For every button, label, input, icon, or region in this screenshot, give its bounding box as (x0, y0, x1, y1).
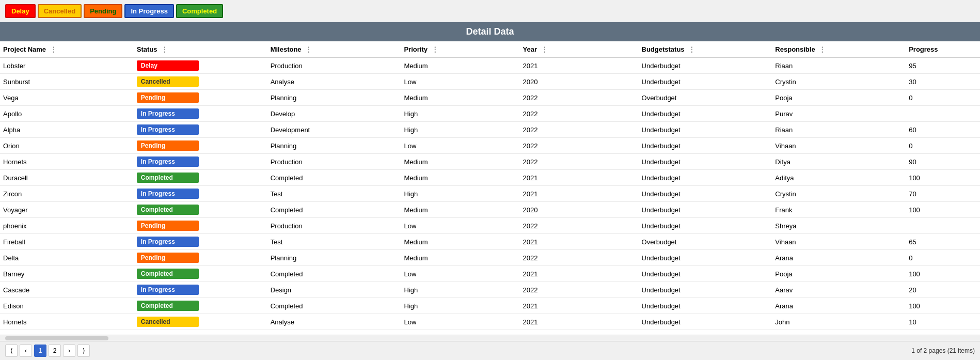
filter-inprogress-button[interactable]: In Progress (124, 4, 174, 18)
sort-project-icon[interactable]: ⋮ (50, 45, 57, 53)
cell-milestone: Design (267, 282, 401, 298)
page-first-button[interactable]: ⟨ (5, 345, 18, 357)
cell-year: 2021 (519, 186, 638, 202)
cell-milestone: Development (267, 122, 401, 138)
cell-milestone: Completed (267, 298, 401, 314)
col-header-year[interactable]: Year ⋮ (519, 41, 638, 58)
cell-responsible: Crystin (772, 74, 906, 90)
col-header-responsible[interactable]: Responsible ⋮ (772, 41, 906, 58)
cell-year: 2022 (519, 138, 638, 154)
status-badge: Delay (137, 60, 199, 71)
cell-status: Pending (134, 250, 267, 266)
sort-budgetstatus-icon[interactable]: ⋮ (688, 45, 695, 53)
col-header-budgetstatus[interactable]: Budgetstatus ⋮ (639, 41, 772, 58)
cell-priority: Low (401, 138, 519, 154)
cell-progress: 100 (906, 170, 980, 186)
status-badge: Cancelled (137, 76, 199, 87)
sort-responsible-icon[interactable]: ⋮ (819, 45, 826, 53)
cell-budgetstatus: Underbudget (639, 138, 772, 154)
scrollbar-thumb[interactable] (5, 336, 108, 340)
sort-priority-icon[interactable]: ⋮ (432, 45, 438, 53)
status-badge: Completed (137, 269, 199, 279)
cell-project: Vega (0, 90, 134, 106)
table-row: Delta Pending Planning Medium 2022 Under… (0, 250, 980, 266)
detail-header: Detail Data (0, 22, 980, 41)
cell-milestone: Planning (267, 90, 401, 106)
cell-year: 2020 (519, 202, 638, 218)
cell-progress: 95 (906, 58, 980, 74)
cell-milestone: Test (267, 186, 401, 202)
cell-status: In Progress (134, 154, 267, 170)
cell-milestone: Planning (267, 250, 401, 266)
cell-responsible: Vihaan (772, 138, 906, 154)
cell-responsible: John (772, 314, 906, 330)
sort-year-icon[interactable]: ⋮ (541, 45, 548, 53)
cell-budgetstatus: Underbudget (639, 314, 772, 330)
table-row: Voyager Completed Completed Medium 2020 … (0, 202, 980, 218)
cell-status: Pending (134, 218, 267, 234)
cell-priority: High (401, 106, 519, 122)
page-2-button[interactable]: 2 (49, 345, 61, 357)
cell-year: 2021 (519, 266, 638, 282)
cell-budgetstatus: Underbudget (639, 154, 772, 170)
cell-status: In Progress (134, 106, 267, 122)
table-row: Hornets In Progress Production Medium 20… (0, 154, 980, 170)
filter-pending-button[interactable]: Pending (84, 4, 122, 18)
cell-project: Hornets (0, 314, 134, 330)
cell-milestone: Develop (267, 106, 401, 122)
cell-priority: Medium (401, 170, 519, 186)
status-badge: In Progress (137, 237, 199, 247)
cell-responsible: Crystin (772, 186, 906, 202)
col-header-project[interactable]: Project Name ⋮ (0, 41, 134, 58)
cell-status: Cancelled (134, 314, 267, 330)
cell-status: In Progress (134, 186, 267, 202)
table-header-row: Project Name ⋮ Status ⋮ Milestone ⋮ Prio… (0, 41, 980, 58)
cell-year: 2021 (519, 58, 638, 74)
page-1-button[interactable]: 1 (34, 345, 46, 357)
cell-progress: 90 (906, 154, 980, 170)
col-header-progress[interactable]: Progress (906, 41, 980, 58)
filter-cancelled-button[interactable]: Cancelled (38, 4, 82, 18)
sort-status-icon[interactable]: ⋮ (161, 45, 168, 53)
table-row: Hornets Cancelled Analyse Low 2021 Under… (0, 314, 980, 330)
table-wrapper[interactable]: Project Name ⋮ Status ⋮ Milestone ⋮ Prio… (0, 41, 980, 335)
cell-status: In Progress (134, 122, 267, 138)
col-header-milestone[interactable]: Milestone ⋮ (267, 41, 401, 58)
cell-responsible: Frank (772, 202, 906, 218)
cell-priority: Medium (401, 90, 519, 106)
cell-budgetstatus: Underbudget (639, 106, 772, 122)
col-header-priority[interactable]: Priority ⋮ (401, 41, 519, 58)
table-row: Duracell Completed Completed Medium 2021… (0, 170, 980, 186)
cell-year: 2021 (519, 170, 638, 186)
cell-budgetstatus: Underbudget (639, 218, 772, 234)
cell-budgetstatus: Underbudget (639, 202, 772, 218)
cell-priority: Low (401, 74, 519, 90)
status-badge: Completed (137, 205, 199, 215)
filter-bar: Delay Cancelled Pending In Progress Comp… (0, 0, 980, 22)
table-row: Orion Pending Planning Low 2022 Underbud… (0, 138, 980, 154)
cell-status: Cancelled (134, 74, 267, 90)
filter-completed-button[interactable]: Completed (176, 4, 223, 18)
cell-priority: Medium (401, 234, 519, 250)
cell-year: 2022 (519, 250, 638, 266)
table-row: Vega Pending Planning Medium 2022 Overbu… (0, 90, 980, 106)
page-last-button[interactable]: ⟩ (77, 345, 90, 357)
horizontal-scrollbar[interactable] (0, 335, 980, 341)
status-badge: Completed (137, 301, 199, 311)
page-next-button[interactable]: › (63, 345, 75, 357)
cell-responsible: Arana (772, 250, 906, 266)
cell-year: 2021 (519, 314, 638, 330)
cell-progress: 100 (906, 266, 980, 282)
cell-priority: High (401, 298, 519, 314)
table-row: Lobster Delay Production Medium 2021 Und… (0, 58, 980, 74)
cell-priority: Low (401, 314, 519, 330)
cell-priority: High (401, 122, 519, 138)
cell-priority: Medium (401, 154, 519, 170)
col-header-status[interactable]: Status ⋮ (134, 41, 267, 58)
cell-progress: 0 (906, 250, 980, 266)
pagination-controls: ⟨ ‹ 1 2 › ⟩ (5, 345, 90, 357)
cell-progress (906, 106, 980, 122)
page-prev-button[interactable]: ‹ (20, 345, 32, 357)
filter-delay-button[interactable]: Delay (5, 4, 36, 18)
sort-milestone-icon[interactable]: ⋮ (305, 45, 312, 53)
